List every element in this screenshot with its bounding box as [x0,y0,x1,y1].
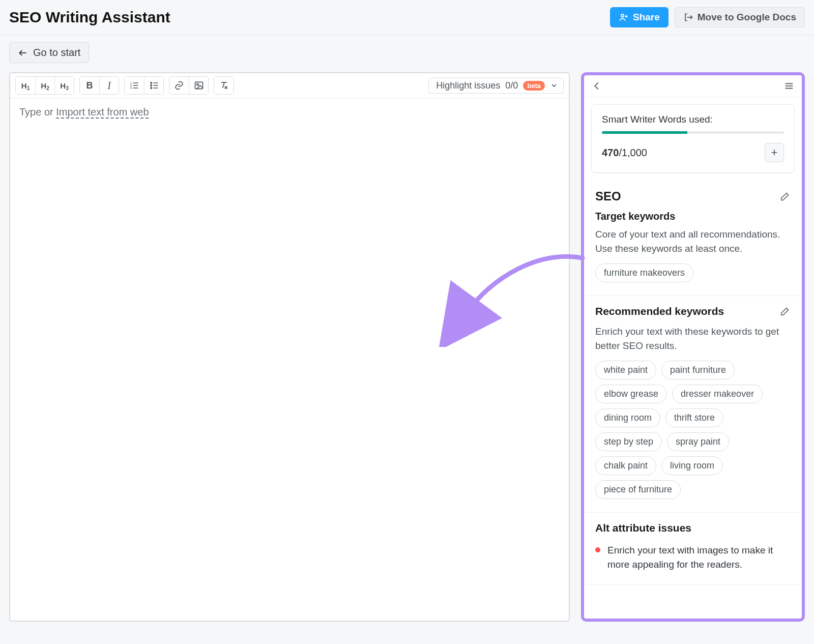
issue-dot-icon [595,547,600,552]
keyword-chip[interactable]: paint furniture [661,361,735,379]
pencil-icon[interactable] [779,306,791,317]
keyword-chip[interactable]: furniture makeovers [595,264,693,282]
svg-point-5 [150,85,152,86]
recommended-desc: Enrich your text with these keywords to … [595,325,791,353]
clear-format-icon [219,80,229,91]
share-button-label: Share [633,12,660,23]
alt-issue-desc: Enrich your text with images to make it … [607,543,791,571]
unordered-list-icon [149,80,159,91]
person-add-icon [619,12,629,22]
highlight-label: Highlight issues [436,80,500,91]
svg-point-8 [196,84,198,85]
ordered-list-icon: 123 [129,80,139,91]
recommended-chips: white paintpaint furnitureelbow greasedr… [595,361,791,499]
add-words-button[interactable]: + [765,143,784,162]
recommended-panel: Recommended keywords Enrich your text wi… [584,296,802,513]
move-to-gdocs-button[interactable]: Move to Google Docs [675,7,805,27]
keyword-chip[interactable]: elbow grease [595,385,667,403]
svg-point-6 [150,87,152,89]
keyword-chip[interactable]: white paint [595,361,656,379]
share-button[interactable]: Share [610,7,668,27]
image-button[interactable] [189,77,208,94]
chevron-down-icon [550,81,558,90]
unordered-list-button[interactable] [144,77,163,94]
keyword-chip[interactable]: chalk paint [595,456,656,475]
image-icon [194,80,204,91]
arrow-left-icon [18,48,28,58]
keyword-chip[interactable]: thrift store [665,408,723,427]
editor-body[interactable]: Type or Import text from web [10,98,569,621]
style-group: B I [79,76,119,95]
smart-writer-title: Smart Writer Words used: [602,114,784,125]
svg-point-4 [150,82,152,84]
highlight-issues-toggle[interactable]: Highlight issues 0/0 beta [428,78,564,94]
keyword-chip[interactable]: dining room [595,408,660,427]
alt-issue-row: Enrich your text with images to make it … [595,543,791,571]
h3-button[interactable]: H3 [54,77,74,94]
export-icon [683,12,693,22]
target-keywords-desc: Core of your text and all recommendation… [595,227,791,255]
chevron-left-icon[interactable] [591,80,602,92]
seo-sidebar: Smart Writer Words used: 470/1,000 + SEO [581,72,805,622]
svg-point-0 [621,14,624,17]
heading-group: H1 H2 H3 [15,76,74,95]
target-keywords-title: Target keywords [595,211,791,222]
smart-writer-card: Smart Writer Words used: 470/1,000 + [591,104,795,173]
alt-issues-title: Alt attribute issues [595,522,791,534]
import-from-web-link[interactable]: Import text from web [56,106,149,118]
alt-issues-panel: Alt attribute issues Enrich your text wi… [584,513,802,585]
seo-panel: SEO Target keywords Core of your text an… [584,180,802,296]
keyword-chip[interactable]: step by step [595,432,662,451]
clear-format-button[interactable] [214,77,234,94]
editor-card: H1 H2 H3 B I 123 [9,72,570,622]
keyword-chip[interactable]: living room [661,456,723,475]
italic-button[interactable]: I [99,77,119,94]
editor-toolbar: H1 H2 H3 B I 123 [10,73,569,98]
clear-group [214,76,234,95]
pencil-icon[interactable] [779,191,791,202]
smart-writer-progress [602,131,784,134]
beta-badge: beta [523,81,545,91]
smart-writer-count: 470/1,000 [602,147,647,159]
bold-button[interactable]: B [80,77,99,94]
page-title: SEO Writing Assistant [9,9,170,26]
svg-text:3: 3 [130,86,132,90]
target-keywords-chips: furniture makeovers [595,264,791,282]
highlight-count: 0/0 [505,80,518,91]
h1-button[interactable]: H1 [16,77,35,94]
go-to-start-button[interactable]: Go to start [9,42,89,63]
link-icon [174,80,184,91]
keyword-chip[interactable]: spray paint [667,432,729,451]
move-button-label: Move to Google Docs [697,12,796,23]
menu-icon[interactable] [783,80,795,92]
link-button[interactable] [169,77,189,94]
ordered-list-button[interactable]: 123 [125,77,144,94]
h2-button[interactable]: H2 [35,77,54,94]
editor-placeholder-prefix: Type or [19,106,56,118]
svg-rect-7 [195,82,202,89]
recommended-title: Recommended keywords [595,305,724,317]
list-group: 123 [124,76,164,95]
go-to-start-label: Go to start [33,47,80,58]
seo-section-title: SEO [595,189,621,203]
insert-group [169,76,209,95]
keyword-chip[interactable]: dresser makeover [672,385,763,403]
keyword-chip[interactable]: piece of furniture [595,480,681,499]
